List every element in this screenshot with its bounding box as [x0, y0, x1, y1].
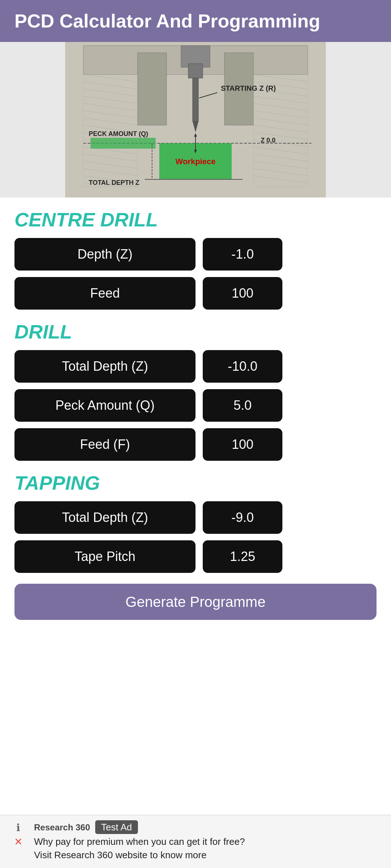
drill-peck-label[interactable]: Peck Amount (Q) [14, 389, 196, 422]
main-content: CENTRE DRILL Depth (Z) -1.0 Feed 100 DRI… [0, 208, 391, 620]
tapping-depth-label[interactable]: Total Depth (Z) [14, 501, 196, 534]
ad-badge: Test Ad [95, 820, 138, 834]
machine-diagram: Workpiece STARTING Z (R) PECK AMOUNT (Q)… [0, 42, 391, 197]
centre-drill-feed-value[interactable]: 100 [203, 277, 282, 310]
ad-info-icon: ℹ [16, 822, 20, 834]
drill-depth-label[interactable]: Total Depth (Z) [14, 350, 196, 383]
generate-programme-button[interactable]: Generate Programme [14, 584, 377, 620]
centre-drill-depth-row: Depth (Z) -1.0 [14, 238, 377, 271]
svg-rect-5 [188, 64, 203, 78]
centre-drill-depth-label[interactable]: Depth (Z) [14, 238, 196, 271]
svg-text:STARTING Z (R): STARTING Z (R) [221, 84, 276, 92]
ad-text-area: Research 360 Test Ad Why pay for premium… [34, 822, 384, 861]
tapping-pitch-row: Tape Pitch 1.25 [14, 540, 377, 573]
svg-text:PECK AMOUNT (Q): PECK AMOUNT (Q) [89, 130, 148, 137]
tapping-pitch-label[interactable]: Tape Pitch [14, 540, 196, 573]
svg-text:Z 0.0: Z 0.0 [261, 137, 276, 144]
drill-depth-row: Total Depth (Z) -10.0 [14, 350, 377, 383]
svg-rect-6 [193, 78, 198, 122]
ad-logo-area: ℹ ✕ [7, 822, 29, 848]
ad-source-label: Research 360 [34, 822, 90, 832]
drill-peck-value[interactable]: 5.0 [203, 389, 282, 422]
app-header: PCD Calculator And Programming [0, 0, 391, 42]
drill-feed-value[interactable]: 100 [203, 428, 282, 461]
ad-line1: Why pay for premium when you can get it … [34, 836, 245, 847]
tapping-pitch-value[interactable]: 1.25 [203, 540, 282, 573]
drill-section-title: DRILL [14, 320, 377, 343]
centre-drill-section-title: CENTRE DRILL [14, 208, 377, 231]
tapping-depth-value[interactable]: -9.0 [203, 501, 282, 534]
ad-description: Why pay for premium when you can get it … [34, 835, 384, 861]
svg-rect-2 [138, 53, 167, 125]
app-title: PCD Calculator And Programming [14, 10, 320, 31]
drill-peck-row: Peck Amount (Q) 5.0 [14, 389, 377, 422]
svg-text:Workpiece: Workpiece [176, 157, 216, 166]
tapping-section-title: TAPPING [14, 472, 377, 494]
tapping-depth-row: Total Depth (Z) -9.0 [14, 501, 377, 534]
drill-feed-row: Feed (F) 100 [14, 428, 377, 461]
centre-drill-depth-value[interactable]: -1.0 [203, 238, 282, 271]
ad-close-icon[interactable]: ✕ [14, 836, 22, 848]
ad-line2: Visit Research 360 website to know more [34, 850, 206, 860]
centre-drill-feed-row: Feed 100 [14, 277, 377, 310]
svg-rect-11 [91, 138, 156, 149]
ad-banner: ℹ ✕ Research 360 Test Ad Why pay for pre… [0, 815, 391, 868]
drill-feed-label[interactable]: Feed (F) [14, 428, 196, 461]
drill-depth-value[interactable]: -10.0 [203, 350, 282, 383]
centre-drill-feed-label[interactable]: Feed [14, 277, 196, 310]
